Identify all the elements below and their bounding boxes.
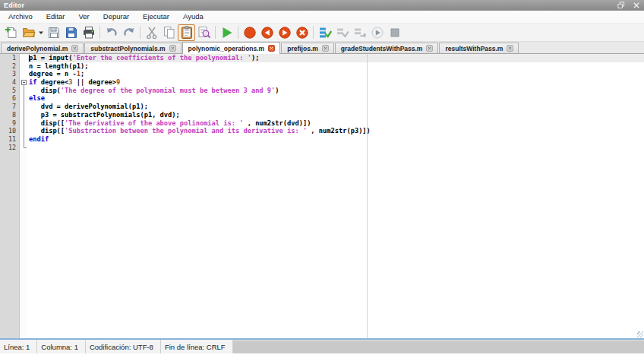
fold-guide-end	[24, 147, 27, 148]
code-area[interactable]: p1 = input('Enter the coefficients of th…	[28, 54, 644, 338]
code-line-4[interactable]: if degree<3 || degree>9	[28, 78, 644, 87]
code-line-3[interactable]: degree = n -1;	[28, 70, 644, 78]
open-file-dropdown-icon[interactable]	[37, 24, 45, 41]
text-caret	[29, 55, 30, 62]
stop-debug-icon[interactable]	[386, 24, 403, 41]
tab-label: polynomic_operations.m	[188, 45, 265, 52]
code-token: degree<	[36, 78, 68, 86]
step-icon[interactable]	[316, 24, 333, 41]
menu-item-archivo[interactable]: Archivo	[2, 11, 39, 23]
menu-bar: ArchivoEditarVerDepurarEjecutarAyuda	[0, 11, 644, 24]
find-replace-icon[interactable]	[195, 24, 213, 41]
tab-gradestudentswithpass-m[interactable]: gradeStudentsWithPass.m	[335, 43, 439, 53]
tab-label: prefijos.m	[287, 45, 318, 52]
menu-item-depurar[interactable]: Depurar	[96, 11, 136, 23]
code-token: p3 = substractPolynomials(p1, dvd);	[29, 111, 180, 119]
code-token: 9	[116, 78, 120, 86]
code-line-9[interactable]: disp(['The derivative of the above polin…	[28, 119, 644, 128]
code-editor[interactable]: 123456789101112 p1 = input('Enter the co…	[0, 54, 644, 338]
redo-icon[interactable]	[120, 24, 137, 41]
undock-icon[interactable]	[617, 2, 625, 10]
tab-close-icon[interactable]	[268, 45, 275, 52]
code-token: endif	[29, 135, 49, 143]
window-title: Editor	[4, 2, 24, 9]
code-line-5[interactable]: disp('The degree of the polynomial must …	[28, 87, 644, 95]
code-line-8[interactable]: p3 = substractPolynomials(p1, dvd);	[28, 111, 644, 119]
toggle-breakpoint-icon[interactable]	[241, 24, 258, 41]
line-number: 3	[0, 70, 19, 78]
print-icon[interactable]	[80, 24, 97, 41]
continue-icon[interactable]	[368, 24, 386, 41]
save-file-icon[interactable]	[45, 24, 62, 41]
line-number: 12	[0, 144, 19, 152]
code-line-11[interactable]: endif	[28, 135, 644, 144]
code-token: disp([	[29, 119, 65, 127]
previous-breakpoint-icon[interactable]	[258, 24, 276, 41]
step-out-icon[interactable]	[351, 24, 368, 41]
code-line-10[interactable]: disp(['Substraction between the polynomi…	[28, 127, 644, 135]
code-token: , num2str(p3)])	[307, 127, 371, 135]
menu-item-editar[interactable]: Editar	[39, 11, 72, 23]
fold-collapse-icon[interactable]	[21, 80, 27, 85]
tab-prefijos-m[interactable]: prefijos.m	[281, 43, 334, 53]
tab-close-icon[interactable]	[507, 45, 513, 52]
tab-close-icon[interactable]	[322, 45, 329, 52]
code-token: , num2str(dvd)])	[243, 119, 311, 127]
run-file-icon[interactable]	[218, 24, 235, 41]
tab-label: resultsWithPass.m	[445, 45, 503, 52]
tab-label: substractPolynomials.m	[90, 45, 165, 52]
paste-icon[interactable]	[178, 24, 195, 41]
code-line-1[interactable]: p1 = input('Enter the coefficients of th…	[28, 54, 644, 62]
code-token: disp([	[29, 127, 65, 135]
tab-resultswithpass-m[interactable]: resultsWithPass.m	[439, 43, 519, 53]
tab-close-icon[interactable]	[169, 45, 176, 52]
tab-close-icon[interactable]	[426, 45, 433, 52]
tab-close-icon[interactable]	[71, 45, 78, 52]
tab-substractpolynomials-m[interactable]: substractPolynomials.m	[84, 43, 181, 53]
resize-grip-icon[interactable]	[637, 331, 643, 337]
code-token: degree = n -	[29, 70, 77, 78]
close-icon[interactable]	[632, 2, 640, 10]
code-token: 'Substraction between the polynomial and…	[65, 127, 307, 135]
code-line-7[interactable]: dvd = derivePolynomial(p1);	[28, 103, 644, 111]
code-token: if	[29, 78, 36, 86]
code-line-2[interactable]: n = length(p1);	[28, 62, 644, 71]
line-number: 6	[0, 94, 19, 103]
undo-icon[interactable]	[103, 24, 120, 41]
status-encoding: Codificación: UTF-8	[86, 340, 161, 353]
editor-window: Editor ArchivoEditarVerDepurarEjecutarAy…	[0, 0, 644, 358]
new-script-icon[interactable]	[2, 24, 20, 41]
line-number: 10	[0, 127, 19, 135]
line-number: 9	[0, 119, 19, 128]
tab-bar: derivePolynomial.msubstractPolynomials.m…	[0, 42, 644, 54]
remove-all-breakpoints-icon[interactable]	[293, 24, 311, 41]
fold-guide-line	[24, 85, 24, 147]
line-number: 8	[0, 111, 19, 119]
open-file-icon[interactable]	[20, 24, 37, 41]
menu-item-ayuda[interactable]: Ayuda	[176, 11, 210, 23]
save-file-as-icon[interactable]	[62, 24, 80, 41]
copy-icon[interactable]	[160, 24, 178, 41]
status-line: Línea: 1	[0, 340, 37, 353]
tab-label: derivePolynomial.m	[7, 45, 68, 52]
toolbar-separator	[140, 26, 140, 39]
code-token: n = length(p1);	[29, 62, 88, 70]
next-breakpoint-icon[interactable]	[276, 24, 293, 41]
tab-derivepolynomial-m[interactable]: derivePolynomial.m	[1, 43, 84, 53]
cut-icon[interactable]	[143, 24, 160, 41]
step-in-icon[interactable]	[333, 24, 351, 41]
menu-item-ejecutar[interactable]: Ejecutar	[136, 11, 176, 23]
menu-item-ver[interactable]: Ver	[72, 11, 96, 23]
long-line-ruler	[367, 54, 368, 338]
code-line-6[interactable]: else	[28, 94, 644, 103]
line-number: 11	[0, 135, 19, 144]
toolbar	[0, 24, 644, 42]
tab-polynomic-operations-m[interactable]: polynomic_operations.m	[182, 42, 281, 54]
line-number: 2	[0, 62, 19, 71]
code-line-12[interactable]	[28, 144, 644, 152]
code-token: 'The degree of the polynomial must be be…	[61, 87, 275, 94]
line-number: 4	[0, 78, 19, 87]
window-controls	[617, 2, 640, 10]
code-token: p1 = input(	[29, 54, 73, 62]
code-token: 'Enter the coefficients of the poolynomi…	[73, 54, 251, 62]
